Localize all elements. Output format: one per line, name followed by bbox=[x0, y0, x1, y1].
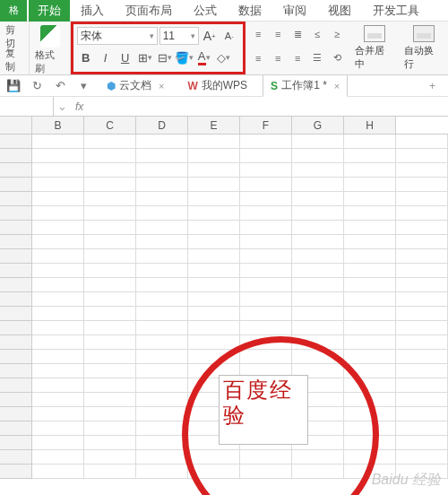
align-middle-button[interactable]: ≡ bbox=[269, 25, 287, 43]
cell[interactable] bbox=[344, 292, 396, 307]
cell[interactable] bbox=[292, 235, 344, 249]
cell[interactable] bbox=[292, 350, 344, 364]
cell[interactable] bbox=[84, 264, 136, 278]
align-center-button[interactable]: ≡ bbox=[269, 49, 287, 67]
row-header[interactable] bbox=[0, 221, 32, 235]
font-name-select[interactable]: 宋体 ▾ bbox=[77, 27, 158, 45]
cell[interactable] bbox=[136, 292, 188, 307]
col-header[interactable]: D bbox=[136, 117, 188, 134]
cell[interactable] bbox=[84, 278, 136, 292]
row-header[interactable] bbox=[0, 149, 32, 163]
text-box[interactable]: 百度经验 bbox=[219, 375, 308, 445]
cell[interactable] bbox=[136, 378, 188, 393]
cell[interactable] bbox=[136, 178, 188, 192]
row-header[interactable] bbox=[0, 135, 32, 149]
row-header[interactable] bbox=[0, 335, 32, 350]
row-header[interactable] bbox=[0, 450, 32, 465]
border-style-button[interactable]: ⊟▾ bbox=[156, 48, 174, 66]
chevron-down-icon[interactable]: ▾ bbox=[75, 78, 91, 94]
cell[interactable] bbox=[32, 235, 84, 249]
cell[interactable] bbox=[136, 450, 188, 465]
cell[interactable] bbox=[240, 450, 292, 465]
cell[interactable] bbox=[84, 307, 136, 321]
cell[interactable] bbox=[188, 206, 240, 221]
copy-button[interactable]: 复制 bbox=[5, 51, 23, 69]
doc-tab-workbook[interactable]: S 工作簿1 * × bbox=[263, 74, 348, 97]
row-header[interactable] bbox=[0, 235, 32, 249]
cell[interactable] bbox=[344, 335, 396, 350]
cell[interactable] bbox=[344, 264, 396, 278]
row-header[interactable] bbox=[0, 465, 32, 479]
cell[interactable] bbox=[32, 149, 84, 163]
cell[interactable] bbox=[136, 407, 188, 421]
wrap-text-button[interactable]: 自动换行 bbox=[404, 44, 443, 71]
cell[interactable] bbox=[240, 292, 292, 307]
orientation-button[interactable]: ⟲ bbox=[328, 49, 346, 67]
cell[interactable] bbox=[32, 421, 84, 436]
row-header[interactable] bbox=[0, 307, 32, 321]
cell[interactable] bbox=[396, 421, 448, 436]
cell[interactable] bbox=[396, 149, 448, 163]
row-header[interactable] bbox=[0, 206, 32, 221]
cell[interactable] bbox=[240, 178, 292, 192]
cell[interactable] bbox=[136, 278, 188, 292]
italic-button[interactable]: I bbox=[97, 48, 115, 66]
cell[interactable] bbox=[344, 364, 396, 378]
cell[interactable] bbox=[240, 264, 292, 278]
cell[interactable] bbox=[84, 393, 136, 407]
cell[interactable] bbox=[32, 307, 84, 321]
row-header[interactable] bbox=[0, 436, 32, 450]
cell[interactable] bbox=[136, 235, 188, 249]
cell[interactable] bbox=[396, 249, 448, 264]
select-all-corner[interactable] bbox=[0, 117, 32, 134]
dropdown-icon[interactable]: ⌄ bbox=[54, 99, 70, 115]
cell[interactable] bbox=[396, 393, 448, 407]
cell[interactable] bbox=[292, 450, 344, 465]
cell[interactable] bbox=[32, 450, 84, 465]
font-size-select[interactable]: 11 ▾ bbox=[159, 27, 199, 45]
row-header[interactable] bbox=[0, 407, 32, 421]
cell[interactable] bbox=[32, 350, 84, 364]
decrease-font-button[interactable]: A- bbox=[220, 27, 238, 45]
cell[interactable] bbox=[188, 135, 240, 149]
cell[interactable] bbox=[292, 192, 344, 206]
cell[interactable] bbox=[292, 264, 344, 278]
row-header[interactable] bbox=[0, 192, 32, 206]
cell[interactable] bbox=[84, 465, 136, 479]
cell[interactable] bbox=[240, 192, 292, 206]
cell[interactable] bbox=[240, 465, 292, 479]
cell[interactable] bbox=[240, 321, 292, 335]
cell[interactable] bbox=[32, 178, 84, 192]
cell[interactable] bbox=[396, 235, 448, 249]
cell[interactable] bbox=[32, 135, 84, 149]
cell[interactable] bbox=[188, 292, 240, 307]
cell[interactable] bbox=[240, 235, 292, 249]
font-color-button[interactable]: A▾ bbox=[195, 48, 213, 66]
cell[interactable] bbox=[136, 393, 188, 407]
row-header[interactable] bbox=[0, 249, 32, 264]
cell[interactable] bbox=[84, 206, 136, 221]
tab-home[interactable]: 开始 bbox=[29, 0, 70, 22]
format-painter-icon[interactable] bbox=[40, 25, 60, 48]
cell[interactable] bbox=[344, 436, 396, 450]
cell[interactable] bbox=[32, 206, 84, 221]
cell[interactable] bbox=[188, 321, 240, 335]
row-header[interactable] bbox=[0, 321, 32, 335]
cell[interactable] bbox=[292, 163, 344, 178]
cell[interactable] bbox=[344, 450, 396, 465]
cell[interactable] bbox=[32, 378, 84, 393]
tab-data[interactable]: 数据 bbox=[228, 0, 272, 22]
cell[interactable] bbox=[136, 192, 188, 206]
indent-decrease-button[interactable]: ≤ bbox=[308, 25, 326, 43]
cell[interactable] bbox=[136, 321, 188, 335]
undo-icon[interactable]: ↶ bbox=[52, 78, 68, 94]
col-header[interactable]: G bbox=[292, 117, 344, 134]
row-header[interactable] bbox=[0, 178, 32, 192]
row-header[interactable] bbox=[0, 163, 32, 178]
col-header[interactable]: F bbox=[240, 117, 292, 134]
cell[interactable] bbox=[344, 249, 396, 264]
cell[interactable] bbox=[344, 321, 396, 335]
merge-center-button[interactable]: 合并居中 bbox=[355, 44, 393, 71]
refresh-icon[interactable]: ↻ bbox=[29, 78, 45, 94]
new-tab-button[interactable]: + bbox=[422, 80, 443, 92]
